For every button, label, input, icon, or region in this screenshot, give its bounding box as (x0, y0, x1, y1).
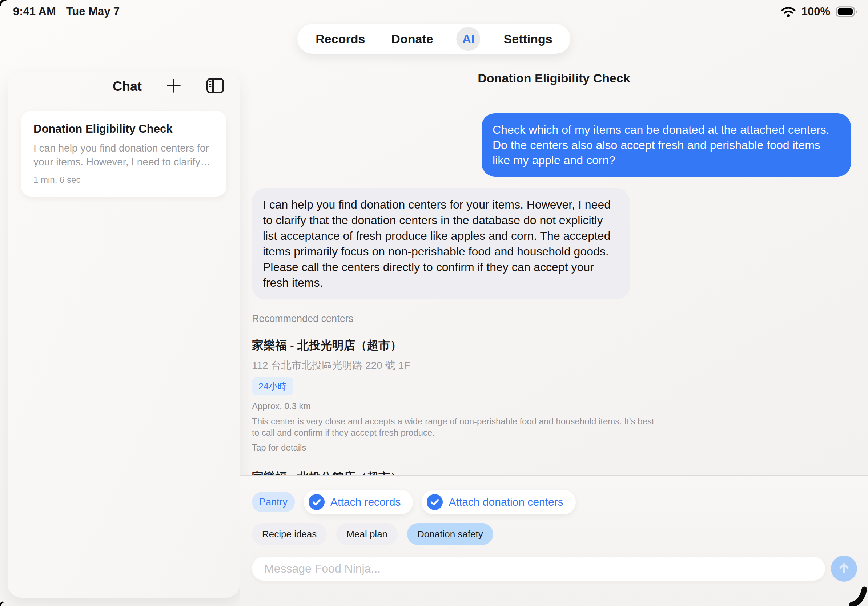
composer-panel: Pantry Attach records Attach do (240, 475, 868, 606)
attach-donation-centers-label: Attach donation centers (448, 496, 563, 508)
chat-sidebar: Chat Donation Eligibility Check I can he… (8, 72, 240, 598)
center-distance: Approx. 0.3 km (252, 401, 851, 411)
conversation-title: Donation Eligibility Check (33, 122, 214, 136)
sidebar-panel-icon (206, 77, 224, 96)
attach-records-label: Attach records (330, 496, 401, 508)
clock: 9:41 AM (13, 5, 56, 18)
send-button[interactable] (831, 555, 857, 582)
attachment-row: Pantry Attach records Attach do (252, 490, 576, 515)
checkmark-icon (427, 494, 443, 510)
sidebar-title: Chat (113, 79, 142, 94)
center-description: This center is very close and accepts a … (252, 416, 663, 438)
sidebar-header: Chat (8, 77, 240, 96)
plus-icon (165, 77, 182, 96)
attach-donation-centers-button[interactable]: Attach donation centers (422, 490, 575, 515)
attach-records-button[interactable]: Attach records (304, 490, 413, 515)
checkmark-icon (308, 494, 325, 510)
message-input[interactable] (252, 557, 825, 581)
conversation-list-item[interactable]: Donation Eligibility Check I can help yo… (21, 111, 226, 196)
suggestion-row: Recipe ideas Meal plan Donation safety (252, 523, 493, 545)
chat-title: Donation Eligibility Check (240, 71, 868, 85)
suggestion-meal-plan[interactable]: Meal plan (336, 523, 398, 545)
chat-main: Donation Eligibility Check Check which o… (240, 0, 868, 606)
hours-badge: 24小時 (252, 377, 293, 395)
corner-mark-bottom-left (0, 601, 6, 606)
recommended-centers-label: Recommended centers (252, 313, 851, 325)
arrow-up-icon (837, 561, 851, 577)
suggestion-donation-safety[interactable]: Donation safety (407, 523, 493, 545)
new-chat-button[interactable] (164, 77, 183, 96)
message-list: Check which of my items can be donated a… (240, 91, 868, 475)
toggle-sidebar-button[interactable] (206, 77, 225, 96)
center-name: 家樂福 - 北投公館店（超市） (252, 469, 851, 475)
donation-center-card[interactable]: 家樂福 - 北投公館店（超市） 112 台北市北投區公館路 198 號 07:0… (252, 469, 851, 475)
conversation-duration: 1 min, 6 sec (33, 175, 214, 185)
user-message-bubble: Check which of my items can be donated a… (482, 113, 851, 176)
center-name: 家樂福 - 北投光明店（超市） (252, 337, 851, 354)
center-address: 112 台北市北投區光明路 220 號 1F (252, 359, 851, 373)
suggestion-recipe-ideas[interactable]: Recipe ideas (252, 523, 327, 545)
assistant-message-bubble: I can help you find donation centers for… (252, 188, 630, 299)
date: Tue May 7 (66, 5, 120, 18)
pantry-context-chip[interactable]: Pantry (252, 492, 295, 512)
tap-for-details-label: Tap for details (252, 442, 851, 453)
app-screen: { "status_bar": { "time": "9:41 AM", "da… (0, 0, 868, 606)
input-row (252, 555, 857, 582)
conversation-preview: I can help you find donation centers for… (33, 141, 214, 169)
donation-center-card[interactable]: 家樂福 - 北投光明店（超市） 112 台北市北投區光明路 220 號 1F 2… (252, 337, 851, 453)
